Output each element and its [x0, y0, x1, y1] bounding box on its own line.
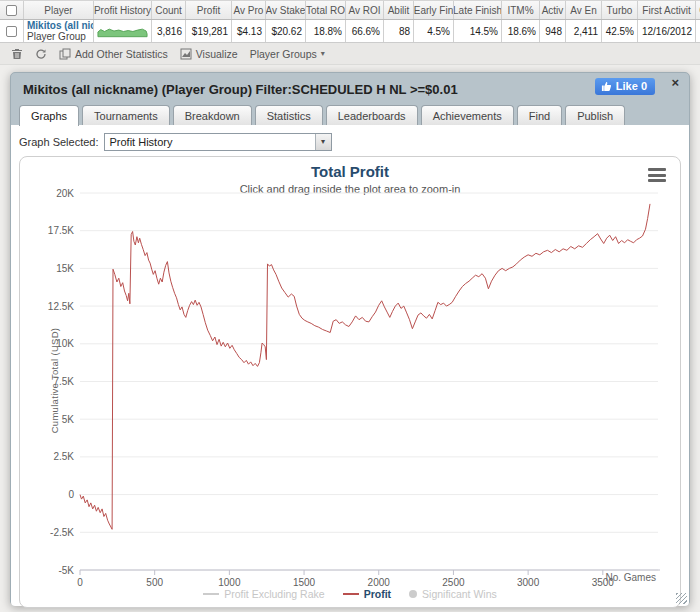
graph-select-row: Graph Selected: Profit History ▾ [19, 132, 681, 151]
tab-tournaments[interactable]: Tournaments [82, 105, 170, 125]
tab-publish[interactable]: Publish [565, 105, 625, 125]
profit-history-sparkline [94, 20, 152, 42]
like-label: Like 0 [616, 80, 647, 92]
column-header-itm-[interactable]: ITM% [502, 1, 540, 19]
column-header-first-activit[interactable]: First Activit [638, 1, 696, 19]
column-header-count[interactable]: Count [152, 1, 186, 19]
chart-panel: Total Profit Click and drag inside the p… [19, 156, 681, 608]
x-tick-label: 3000 [517, 577, 540, 588]
legend-item-profit[interactable]: Profit [343, 588, 391, 600]
column-header-av-stake[interactable]: Av Stake [266, 1, 306, 19]
y-tick-label: -2.5K [50, 527, 74, 538]
column-header-av-roi[interactable]: Av ROI [346, 1, 384, 19]
column-header-activ[interactable]: Activ [540, 1, 566, 19]
legend-label: Profit [364, 588, 391, 600]
y-tick-label: 2.5K [53, 451, 74, 462]
legend-label: Significant Wins [422, 588, 497, 600]
delete-button[interactable] [8, 46, 26, 62]
y-tick-label: -5K [58, 565, 74, 576]
column-header-player[interactable]: Player [24, 1, 94, 19]
graph-selected-value: Profit History [110, 136, 173, 148]
cell-late-finish: 14.5% [454, 20, 502, 42]
column-header-abilit[interactable]: Abilit [384, 1, 414, 19]
copy-icon [59, 48, 71, 60]
cell-av-roi: 66.6% [346, 20, 384, 42]
tab-leaderboards[interactable]: Leaderboards [326, 105, 418, 125]
column-header-ctry[interactable]: Ctry [696, 1, 700, 19]
select-all-checkbox-cell [0, 1, 24, 19]
thumbs-up-icon [601, 81, 612, 92]
x-tick-label: 2500 [442, 577, 465, 588]
legend-item-significant-wins[interactable]: Significant Wins [409, 588, 497, 600]
cell-profit: $19,281 [186, 20, 232, 42]
y-tick-label: 17.5K [48, 225, 74, 236]
cell-activ: 948 [540, 20, 566, 42]
select-all-checkbox[interactable] [6, 5, 17, 16]
cell-first-activit: 12/16/2012 [638, 20, 696, 42]
trash-icon [11, 48, 23, 60]
x-axis-title: No. Games [605, 572, 656, 583]
add-other-statistics-label: Add Other Statistics [75, 48, 168, 60]
y-tick-label: 10K [56, 338, 74, 349]
column-header-total-ro[interactable]: Total RO [306, 1, 346, 19]
profit-line-series [80, 204, 650, 529]
tab-breakdown[interactable]: Breakdown [173, 105, 252, 125]
column-header-av-en[interactable]: Av En [566, 1, 602, 19]
cell-early-fin: 4.5% [414, 20, 454, 42]
cell-turbo: 42.5% [602, 20, 638, 42]
legend-circle-marker [409, 590, 417, 598]
column-header-profit[interactable]: Profit [186, 1, 232, 19]
x-tick-label: 1000 [218, 577, 241, 588]
column-header-early-fin[interactable]: Early Fin [414, 1, 454, 19]
close-icon[interactable]: × [671, 75, 679, 90]
cell-av-pro: $4.13 [232, 20, 266, 42]
sparkline-icon [97, 23, 148, 40]
cell-total-ro: 18.8% [306, 20, 346, 42]
legend-label: Profit Excluding Rake [224, 588, 324, 600]
y-tick-label: 5K [62, 414, 75, 425]
row-checkbox[interactable] [6, 26, 17, 37]
row-checkbox-cell [0, 20, 24, 42]
tab-graphs[interactable]: Graphs [19, 105, 79, 126]
chart-menu-icon[interactable] [646, 167, 668, 183]
column-header-late-finish[interactable]: Late Finish [454, 1, 502, 19]
y-tick-label: 12.5K [48, 301, 74, 312]
cell-itm-: 18.6% [502, 20, 540, 42]
tab-statistics[interactable]: Statistics [255, 105, 323, 125]
y-tick-label: 7.5K [53, 376, 74, 387]
chevron-down-icon: ▾ [321, 49, 325, 58]
cell-av-stake: $20.62 [266, 20, 306, 42]
add-other-statistics-button[interactable]: Add Other Statistics [56, 46, 171, 62]
player-group-label: Player Group [27, 31, 86, 42]
select-arrow-icon: ▾ [315, 134, 331, 150]
visualize-button[interactable]: Visualize [177, 46, 241, 62]
y-tick-label: 0 [68, 489, 74, 500]
cell-av-en: 2,411 [566, 20, 602, 42]
legend-item-profit-excluding-rake[interactable]: Profit Excluding Rake [203, 588, 324, 600]
legend-line-marker [343, 593, 359, 595]
refresh-button[interactable] [32, 46, 50, 62]
dialog-tabs: GraphsTournamentsBreakdownStatisticsLead… [11, 101, 689, 125]
player-stats-table: PlayerProfit HistoryCountProfitAv ProAv … [0, 0, 700, 65]
x-tick-label: 500 [146, 577, 163, 588]
column-header-av-pro[interactable]: Av Pro [232, 1, 266, 19]
chart-legend: Profit Excluding RakeProfitSignificant W… [20, 588, 680, 600]
chart-image-icon [180, 48, 192, 60]
y-tick-label: 20K [56, 188, 74, 199]
legend-line-marker [203, 593, 219, 595]
table-toolbar: Add Other Statistics Visualize Player Gr… [0, 43, 700, 65]
facebook-like-button[interactable]: Like 0 [595, 78, 655, 95]
tab-achievements[interactable]: Achievements [421, 105, 514, 125]
visualize-label: Visualize [196, 48, 238, 60]
player-groups-button[interactable]: Player Groups ▾ [247, 46, 328, 62]
dialog-header: Mikitos (all nickname) (Player Group) Fi… [11, 73, 689, 101]
tab-find[interactable]: Find [517, 105, 562, 125]
x-tick-label: 0 [77, 577, 83, 588]
column-header-turbo[interactable]: Turbo [602, 1, 638, 19]
column-header-profit-history[interactable]: Profit History [94, 1, 152, 19]
player-name-link[interactable]: Mikitos (all nickna [27, 20, 94, 31]
resize-handle[interactable] [676, 593, 687, 604]
plot-area[interactable]: -5K-2.5K02.5K5K7.5K10K12.5K15K17.5K20K05… [20, 183, 669, 589]
graph-selected-dropdown[interactable]: Profit History ▾ [104, 133, 332, 151]
y-tick-label: 15K [56, 263, 74, 274]
